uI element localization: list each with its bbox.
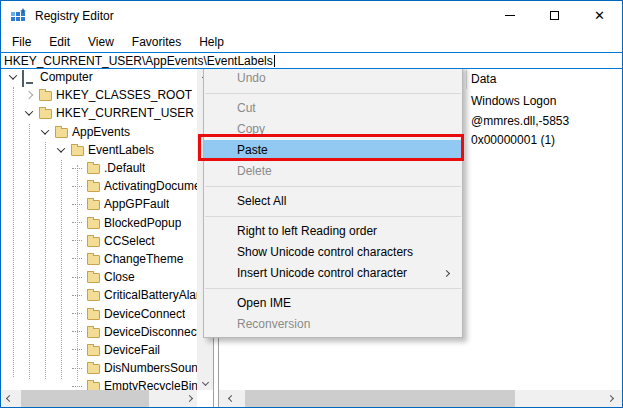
tree-row[interactable]: AppGPFault xyxy=(1,195,197,213)
menu-help[interactable]: Help xyxy=(190,33,233,51)
tree-row[interactable]: Close xyxy=(1,268,197,286)
address-bar[interactable]: HKEY_CURRENT_USER\AppEvents\EventLabels xyxy=(1,52,622,69)
tree-connector xyxy=(69,233,85,249)
tree-item-label: CCSelect xyxy=(104,234,155,248)
chevron-left-icon xyxy=(5,395,12,402)
tree-connector xyxy=(69,160,85,176)
tree-connector xyxy=(69,360,85,376)
menu-edit[interactable]: Edit xyxy=(40,33,79,51)
tree-row[interactable]: Computer xyxy=(1,69,197,86)
scroll-right-button[interactable] xyxy=(602,390,618,407)
tree-row[interactable]: DisNumbersSound xyxy=(1,359,197,377)
scroll-right-button[interactable] xyxy=(181,390,197,407)
tree-item-label: AppGPFault xyxy=(104,197,169,211)
title-bar[interactable]: Registry Editor ✕ xyxy=(1,1,622,31)
tree-row[interactable]: CCSelect xyxy=(1,232,197,250)
menu-item-undo: Undo xyxy=(204,69,462,89)
tree-horizontal-scrollbar[interactable] xyxy=(1,390,197,407)
dotted-connector xyxy=(72,222,82,223)
folder-icon xyxy=(85,178,102,194)
collapse-chevron-icon[interactable] xyxy=(53,142,69,158)
column-header-data[interactable]: Data xyxy=(471,71,496,88)
menu-file[interactable]: File xyxy=(3,33,40,51)
scrollbar-thumb[interactable] xyxy=(21,390,149,407)
close-button[interactable]: ✕ xyxy=(577,1,622,30)
menu-item-cut: Cut xyxy=(204,98,462,119)
menu-view[interactable]: View xyxy=(79,33,123,51)
menu-item-show-unicode-control-characters[interactable]: Show Unicode control characters xyxy=(204,242,462,263)
scrollbar-thumb[interactable] xyxy=(245,390,515,407)
scroll-down-button[interactable] xyxy=(197,374,213,390)
collapse-chevron-icon[interactable] xyxy=(5,69,21,85)
submenu-arrow-icon xyxy=(443,270,450,277)
tree-row[interactable]: ChangeTheme xyxy=(1,250,197,268)
tree-row[interactable]: EmptyRecycleBin xyxy=(1,377,197,390)
chevron-down-icon xyxy=(201,378,208,385)
window-controls: ✕ xyxy=(487,1,622,31)
dotted-connector xyxy=(72,240,82,241)
chevron-right-icon xyxy=(185,395,192,402)
tree-connector xyxy=(69,306,85,322)
menu-item-delete: Delete xyxy=(204,161,462,182)
minimize-icon xyxy=(505,15,515,16)
tree-connector xyxy=(69,342,85,358)
folder-icon xyxy=(85,324,102,340)
tree-row[interactable]: .Default xyxy=(1,159,197,177)
dotted-connector xyxy=(72,386,82,387)
folder-icon xyxy=(85,215,102,231)
folder-icon xyxy=(69,142,86,158)
menu-item-select-all[interactable]: Select All xyxy=(204,191,462,212)
tree-row[interactable]: CriticalBatteryAlarr xyxy=(1,286,197,304)
menu-item-right-to-left-reading-order[interactable]: Right to left Reading order xyxy=(204,221,462,242)
tree-connector xyxy=(69,196,85,212)
tree-row[interactable]: EventLabels xyxy=(1,141,197,159)
tree-row[interactable]: HKEY_CLASSES_ROOT xyxy=(1,86,197,104)
menu-favorites[interactable]: Favorites xyxy=(123,33,190,51)
tree-item-label: DeviceConnect xyxy=(104,307,185,321)
chevron-left-icon xyxy=(227,395,234,402)
dotted-connector xyxy=(72,313,82,314)
collapse-chevron-icon[interactable] xyxy=(21,105,37,121)
menu-item-paste[interactable]: Paste xyxy=(204,140,462,161)
tree-row[interactable]: DeviceFail xyxy=(1,341,197,359)
tree-item-label: .Default xyxy=(104,161,145,175)
value-data-cell[interactable]: @mmres.dll,-5853 xyxy=(471,112,622,132)
main-area: ComputerHKEY_CLASSES_ROOTHKEY_CURRENT_US… xyxy=(1,69,622,407)
expand-chevron-icon[interactable] xyxy=(21,87,37,103)
chevron-down-icon xyxy=(41,126,49,134)
tree-item-label: BlockedPopup xyxy=(104,216,181,230)
values-horizontal-scrollbar[interactable] xyxy=(219,390,622,407)
tree-row[interactable]: ActivatingDocume xyxy=(1,177,197,195)
menu-separator xyxy=(205,288,461,289)
tree-item-label: DisNumbersSound xyxy=(104,361,197,375)
value-data-cell[interactable]: Windows Logon xyxy=(471,92,622,112)
chevron-right-icon xyxy=(25,91,33,99)
value-data-cell[interactable]: 0x00000001 (1) xyxy=(471,131,622,151)
menu-item-open-ime[interactable]: Open IME xyxy=(204,293,462,314)
tree-connector xyxy=(69,251,85,267)
scroll-left-button[interactable] xyxy=(223,390,239,407)
tree-row[interactable]: DeviceDisconnect xyxy=(1,323,197,341)
tree-row[interactable]: BlockedPopup xyxy=(1,214,197,232)
tree-connector xyxy=(69,287,85,303)
collapse-chevron-icon[interactable] xyxy=(37,124,53,140)
menu-separator xyxy=(205,93,461,94)
chevron-down-icon xyxy=(9,71,17,79)
menu-item-insert-unicode-control-character[interactable]: Insert Unicode control character xyxy=(204,263,462,284)
maximize-button[interactable] xyxy=(532,1,577,30)
menu-item-copy: Copy xyxy=(204,119,462,140)
dotted-connector xyxy=(72,204,82,205)
tree-row[interactable]: DeviceConnect xyxy=(1,304,197,322)
tree-item-label: Computer xyxy=(40,70,93,84)
dotted-connector xyxy=(72,368,82,369)
dotted-connector xyxy=(72,186,82,187)
tree-item-label: CriticalBatteryAlarr xyxy=(104,288,197,302)
scroll-left-button[interactable] xyxy=(1,390,17,407)
tree-item-label: ChangeTheme xyxy=(104,252,183,266)
dotted-connector xyxy=(72,295,82,296)
tree-row[interactable]: AppEvents xyxy=(1,123,197,141)
folder-icon xyxy=(85,342,102,358)
tree-row[interactable]: HKEY_CURRENT_USER xyxy=(1,104,197,122)
minimize-button[interactable] xyxy=(487,1,532,30)
folder-icon xyxy=(85,251,102,267)
